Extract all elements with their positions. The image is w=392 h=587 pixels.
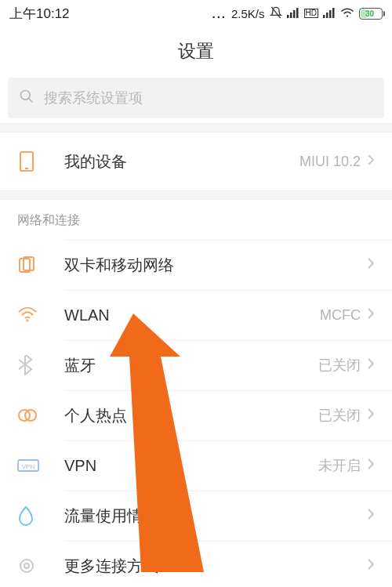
row-more-connections[interactable]: 更多连接方式 [0,541,392,587]
svg-point-20 [24,563,29,568]
row-my-device[interactable]: 我的设备 MIUI 10.2 [0,132,392,190]
row-label: 双卡和移动网络 [64,255,361,276]
svg-rect-1 [290,13,292,18]
chevron-right-icon [367,257,375,273]
search-input[interactable] [44,90,373,107]
svg-point-8 [347,15,348,16]
row-value: 已关闭 [318,406,361,425]
battery-text: 30 [365,9,374,18]
row-label: 流量使用情况 [64,505,361,527]
row-label: WLAN [64,306,320,324]
row-value: 未开启 [318,456,361,475]
row-sim[interactable]: 双卡和移动网络 [0,240,392,290]
svg-rect-7 [332,8,335,18]
page-title: 设置 [0,27,392,78]
status-speed: 2.5K/s [231,7,265,20]
row-hotspot[interactable]: 个人热点 已关闭 [0,390,392,440]
status-time: 上午10:12 [9,5,212,23]
row-label: 更多连接方式 [64,556,361,577]
chevron-right-icon [367,357,375,373]
row-bluetooth[interactable]: 蓝牙 已关闭 [0,340,392,390]
chevron-right-icon [367,558,375,574]
chevron-right-icon [367,408,375,423]
battery-icon: 30 [359,8,383,20]
svg-point-21 [20,560,33,572]
svg-rect-6 [329,10,332,18]
hotspot-icon [17,408,64,423]
svg-text:VPN: VPN [22,463,35,470]
row-vpn[interactable]: VPN VPN 未开启 [0,440,392,491]
chevron-right-icon [367,154,375,169]
hd-icon: HD [304,9,318,18]
vpn-icon: VPN [17,458,64,473]
svg-rect-0 [287,15,289,18]
status-bar: 上午10:12 ... 2.5K/s HD 30 [0,0,392,27]
row-wlan[interactable]: WLAN MCFC [0,290,392,340]
section-divider [0,123,392,132]
signal-icon [287,7,299,20]
wlan-icon [17,307,64,323]
section-header-network: 网络和连接 [0,200,392,240]
svg-rect-2 [293,10,296,18]
row-label: VPN [64,457,318,475]
search-icon [19,89,34,107]
row-value: MCFC [320,307,361,324]
traffic-icon [17,505,64,526]
svg-rect-3 [296,8,299,18]
chevron-right-icon [367,458,375,473]
wifi-icon [340,7,354,20]
more-connections-icon [17,556,64,575]
row-traffic[interactable]: 流量使用情况 [0,491,392,541]
svg-point-15 [27,320,29,322]
svg-line-10 [29,99,33,103]
row-label: 蓝牙 [64,355,318,376]
row-label: 我的设备 [64,151,299,172]
chevron-right-icon [367,307,375,323]
row-value: MIUI 10.2 [299,154,361,170]
device-icon [17,150,64,172]
row-value: 已关闭 [318,356,361,375]
bluetooth-icon [17,355,64,375]
section-divider [0,190,392,200]
status-more-icon: ... [212,7,227,20]
chevron-right-icon [367,508,375,524]
signal-icon-2 [323,7,336,20]
svg-point-9 [21,91,31,100]
row-label: 个人热点 [64,405,318,426]
sim-icon [17,255,64,274]
search-bar[interactable] [8,78,384,118]
svg-rect-5 [326,13,328,18]
svg-rect-4 [323,15,325,18]
alarm-off-icon [270,6,282,21]
